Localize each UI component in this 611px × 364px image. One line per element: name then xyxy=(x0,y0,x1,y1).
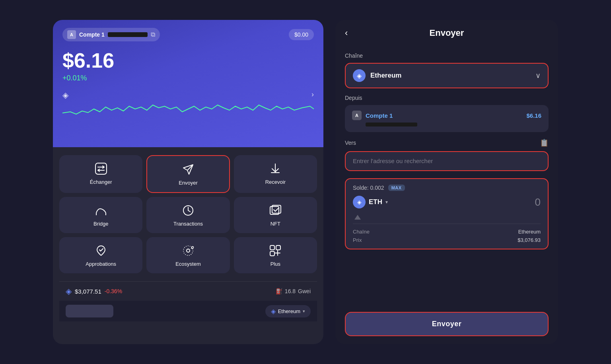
bottom-bar: ◈ $3,077.51 -0.36% ⛽ 16.8 Gwei xyxy=(59,281,317,301)
menu-section: Échanger Envoyer Rece xyxy=(53,147,323,344)
price-label: Prix xyxy=(353,237,362,243)
vers-row: Vers 📋 xyxy=(345,138,549,147)
triangle-indicator xyxy=(354,215,361,220)
copy-icon[interactable]: ⧉ xyxy=(151,31,155,38)
from-avatar: A xyxy=(352,111,362,120)
send-header: ‹ Envoyer xyxy=(345,28,549,38)
chevron-right-icon[interactable]: › xyxy=(311,90,314,99)
network-selector[interactable]: ◈ Ethereum ▾ xyxy=(265,305,311,317)
ecosystem-icon xyxy=(181,243,195,258)
eth-price-value: $3,077.51 xyxy=(75,288,101,295)
menu-item-plus[interactable]: Plus xyxy=(234,237,317,273)
vers-label: Vers xyxy=(345,140,356,146)
account-avatar: A xyxy=(67,30,76,39)
send-button[interactable]: Envoyer xyxy=(345,312,549,336)
network-dropdown-icon: ▾ xyxy=(303,309,305,314)
address-input-box xyxy=(345,151,549,171)
svg-rect-0 xyxy=(95,163,107,174)
tab-bar-placeholder xyxy=(66,305,113,317)
menu-item-transactions[interactable]: Transactions xyxy=(146,197,230,233)
echanger-icon xyxy=(94,162,108,176)
bridge-label: Bridge xyxy=(93,221,109,227)
balance-change: +0.01% xyxy=(62,74,314,82)
price-value: $3,076.93 xyxy=(518,237,541,243)
recevoir-label: Recevoir xyxy=(265,179,286,185)
svg-rect-11 xyxy=(270,251,274,256)
from-account-top: A Compte 1 $6.16 xyxy=(352,111,541,120)
approbations-label: Approbations xyxy=(86,261,116,267)
from-name-text: Compte 1 xyxy=(366,112,393,119)
eth-price-change: -0.36% xyxy=(105,288,122,294)
menu-item-bridge[interactable]: Bridge xyxy=(59,197,142,233)
chain-price-info: Chaîne Ethereum Prix $3,076.93 xyxy=(353,224,541,243)
transactions-label: Transactions xyxy=(173,221,203,227)
menu-item-nft[interactable]: NFT xyxy=(234,197,317,233)
gas-info: ⛽ 16.8 Gwei xyxy=(276,288,311,294)
account-bar: A Compte 1 ⧉ $0.00 xyxy=(62,28,314,41)
nft-label: NFT xyxy=(270,221,280,227)
max-badge[interactable]: MAX xyxy=(388,185,405,191)
echanger-label: Échanger xyxy=(90,179,112,185)
nft-icon xyxy=(268,203,282,218)
chain-info-value: Ethereum xyxy=(518,229,541,235)
gas-icon: ⛽ xyxy=(276,288,282,294)
account-name: Compte 1 xyxy=(79,31,105,38)
chain-info-row: Chaîne Ethereum xyxy=(353,229,541,235)
recevoir-icon xyxy=(268,162,282,176)
svg-rect-9 xyxy=(270,245,274,250)
token-amount-row: ◈ ETH ▾ 0 xyxy=(353,196,541,208)
solde-row: Solde: 0.002 MAX xyxy=(353,185,541,191)
network-name: Ethereum xyxy=(278,308,300,314)
chain-dropdown-icon: ∨ xyxy=(535,71,541,80)
from-balance: $6.16 xyxy=(526,112,541,119)
address-input[interactable] xyxy=(353,158,541,164)
svg-point-6 xyxy=(187,249,190,252)
from-account-name: A Compte 1 xyxy=(352,111,393,120)
back-button[interactable]: ‹ xyxy=(345,28,348,38)
approbations-icon xyxy=(94,243,108,258)
menu-item-recevoir[interactable]: Recevoir xyxy=(234,155,317,193)
menu-item-envoyer[interactable]: Envoyer xyxy=(146,155,230,193)
transactions-icon xyxy=(181,203,195,218)
chain-field-label: Chaîne xyxy=(345,53,549,59)
menu-item-echanger[interactable]: Échanger xyxy=(59,155,142,193)
chain-select-left: ◈ Ethereum xyxy=(353,69,401,82)
gas-unit: Gwei xyxy=(298,288,311,294)
menu-grid: Échanger Envoyer Rece xyxy=(59,155,317,273)
ethereum-logo: ◈ xyxy=(353,69,366,82)
plus-label: Plus xyxy=(270,261,280,267)
main-balance: $6.16 xyxy=(62,49,314,72)
account-address-redacted xyxy=(108,32,148,37)
menu-item-approbations[interactable]: Approbations xyxy=(59,237,142,273)
price-info-row: Prix $3,076.93 xyxy=(353,237,541,243)
send-form: Chaîne ◈ Ethereum ∨ Depuis A Compte 1 $6… xyxy=(345,48,549,304)
chain-select[interactable]: ◈ Ethereum ∨ xyxy=(345,63,549,88)
eth-icon: ◈ xyxy=(62,90,68,100)
envoyer-icon xyxy=(181,162,195,177)
wallet-header: A Compte 1 ⧉ $0.00 $6.16 +0.01% ◈ › xyxy=(53,20,323,147)
price-chart xyxy=(62,95,314,123)
svg-rect-10 xyxy=(276,245,280,250)
balance-pill: $0.00 xyxy=(289,29,314,40)
chart-area: ◈ › xyxy=(62,90,314,122)
plus-icon xyxy=(268,243,282,258)
left-panel: A Compte 1 ⧉ $0.00 $6.16 +0.01% ◈ › xyxy=(53,20,323,344)
amount-display[interactable]: 0 xyxy=(535,196,541,208)
right-panel: ‹ Envoyer Chaîne ◈ Ethereum ∨ Depuis A C… xyxy=(335,20,558,344)
token-selector[interactable]: ◈ ETH ▾ xyxy=(353,196,388,208)
token-logo: ◈ xyxy=(353,196,366,208)
send-title: Envoyer xyxy=(430,28,464,38)
chain-info-key: Chaîne xyxy=(353,229,370,235)
account-name-group[interactable]: A Compte 1 ⧉ xyxy=(62,28,160,41)
gas-value: 16.8 xyxy=(285,288,296,294)
depuis-label: Depuis xyxy=(345,95,549,101)
address-book-icon[interactable]: 📋 xyxy=(540,138,549,147)
token-dropdown-icon: ▾ xyxy=(385,199,388,205)
chain-select-name: Ethereum xyxy=(370,72,401,80)
token-name: ETH xyxy=(369,198,382,206)
eth-network-icon: ◈ xyxy=(271,308,276,315)
solde-label: Solde: 0.002 xyxy=(353,185,384,191)
from-account-box: A Compte 1 $6.16 xyxy=(345,105,549,132)
ecosystem-label: Ecosystem xyxy=(175,261,201,267)
menu-item-ecosystem[interactable]: Ecosystem xyxy=(146,237,230,273)
